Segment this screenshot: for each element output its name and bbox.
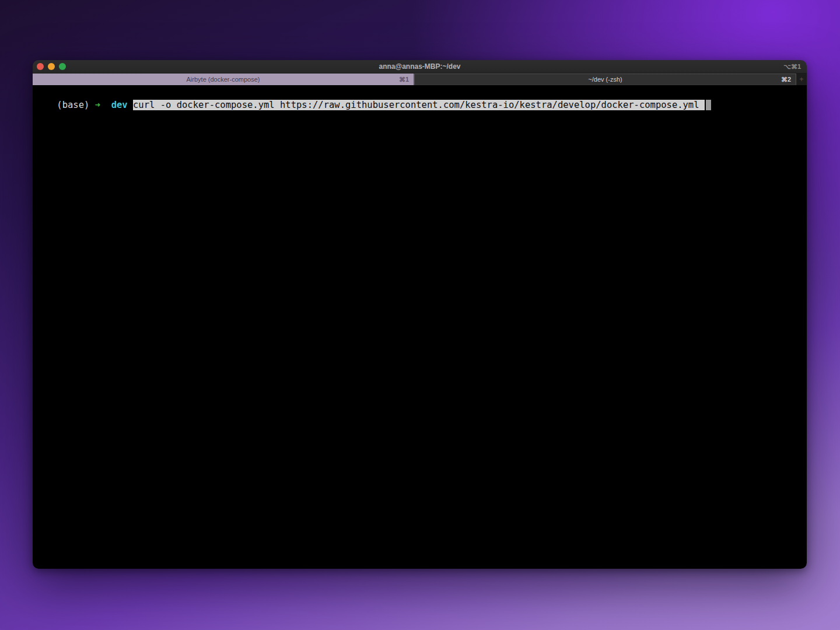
tab-label: ~/dev (-zsh) [588,76,622,83]
window-title: anna@annas-MBP:~/dev [33,62,807,71]
zoom-button[interactable] [59,63,66,70]
tab-airbyte[interactable]: Airbyte (docker-compose) ⌘1 [33,74,414,85]
terminal-window: anna@annas-MBP:~/dev ⌥⌘1 Airbyte (docker… [33,60,807,569]
minimize-button[interactable] [48,63,55,70]
new-tab-button[interactable]: + [796,74,807,85]
terminal-cursor [706,100,711,110]
close-button[interactable] [37,63,44,70]
terminal-screen[interactable]: (base) ➜ dev curl -o docker-compose.yml … [33,85,807,569]
window-shortcut-hint: ⌥⌘1 [783,63,801,71]
selected-command-text: curl -o docker-compose.yml https://raw.g… [133,100,705,110]
tab-bar: Airbyte (docker-compose) ⌘1 ~/dev (-zsh)… [33,73,807,85]
tab-shortcut-hint: ⌘1 [399,76,409,83]
prompt-line: (base) ➜ dev curl -o docker-compose.yml … [57,100,711,110]
prompt-env: (base) [57,100,89,110]
prompt-directory: dev [111,100,128,110]
traffic-lights [33,63,66,70]
title-bar[interactable]: anna@annas-MBP:~/dev ⌥⌘1 [33,60,807,73]
prompt-arrow: ➜ [95,100,100,110]
tab-label: Airbyte (docker-compose) [187,76,260,83]
tab-shortcut-hint: ⌘2 [781,76,791,83]
tab-dev-zsh[interactable]: ~/dev (-zsh) ⌘2 [414,74,796,85]
